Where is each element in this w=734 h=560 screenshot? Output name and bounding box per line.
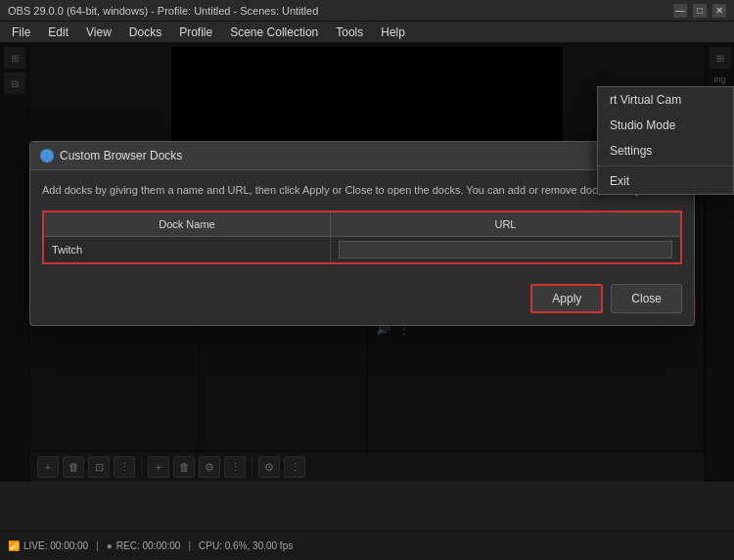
dock-name-value: Twitch [52, 244, 82, 256]
col-header-url: URL [330, 211, 681, 237]
apply-button[interactable]: Apply [530, 284, 603, 313]
menu-edit[interactable]: Edit [40, 23, 76, 41]
status-separator-2: | [188, 540, 191, 551]
close-button[interactable]: Close [611, 284, 682, 313]
dropdown-item-exit[interactable]: Exit [598, 168, 733, 194]
title-bar: OBS 29.0.0 (64-bit, windows) - Profile: … [0, 0, 734, 22]
close-window-button[interactable]: ✕ [712, 4, 726, 18]
menu-profile[interactable]: Profile [171, 23, 220, 41]
main-area: ⊞ ⊟ Scenes Sce Sources No s [0, 43, 734, 482]
menu-bar: File Edit View Docks Profile Scene Colle… [0, 22, 734, 43]
title-bar-controls: — □ ✕ [673, 4, 726, 18]
dock-table: Dock Name URL Twitch [42, 210, 682, 264]
maximize-button[interactable]: □ [693, 4, 707, 18]
status-separator-1: | [96, 540, 99, 551]
dock-name-cell: Twitch [43, 236, 330, 263]
menu-docks[interactable]: Docks [121, 23, 169, 41]
dialog-buttons: Apply Close [42, 276, 682, 313]
live-status: LIVE: 00:00:00 [23, 540, 88, 551]
dock-url-cell [330, 236, 681, 263]
menu-help[interactable]: Help [373, 23, 413, 41]
dialog-description: Add docks by giving them a name and URL,… [42, 182, 682, 199]
rec-icon: ● [107, 540, 113, 551]
menu-scene-collection[interactable]: Scene Collection [222, 23, 326, 41]
title-bar-text: OBS 29.0.0 (64-bit, windows) - Profile: … [8, 5, 318, 17]
dialog-title-text: Custom Browser Docks [60, 149, 182, 163]
dropdown-item-studio[interactable]: Studio Mode [598, 113, 733, 138]
right-dropdown-menu: rt Virtual Cam Studio Mode Settings Exit [597, 86, 734, 195]
dropdown-item-vcam[interactable]: rt Virtual Cam [598, 87, 733, 113]
minimize-button[interactable]: — [673, 4, 687, 18]
cpu-status: CPU: 0.6%, 30.00 fps [199, 540, 293, 551]
col-header-name: Dock Name [43, 211, 330, 237]
dropdown-item-settings[interactable]: Settings [598, 138, 733, 163]
dropdown-separator [598, 165, 733, 166]
rec-status: REC: 00:00:00 [116, 540, 181, 551]
menu-tools[interactable]: Tools [328, 23, 371, 41]
dock-url-input[interactable] [339, 241, 672, 258]
menu-view[interactable]: View [78, 23, 119, 41]
table-row: Twitch [43, 236, 681, 263]
custom-browser-docks-dialog: Custom Browser Docks ✕ Add docks by givi… [29, 141, 695, 326]
wifi-icon: 📶 [8, 540, 20, 551]
obs-icon [40, 149, 54, 163]
dialog-titlebar: Custom Browser Docks ✕ [30, 142, 694, 170]
menu-file[interactable]: File [4, 23, 38, 41]
dialog-title-container: Custom Browser Docks [40, 149, 182, 163]
dialog-body: Add docks by giving them a name and URL,… [30, 170, 694, 325]
status-bar: 📶 LIVE: 00:00:00 | ● REC: 00:00:00 | CPU… [0, 531, 734, 560]
